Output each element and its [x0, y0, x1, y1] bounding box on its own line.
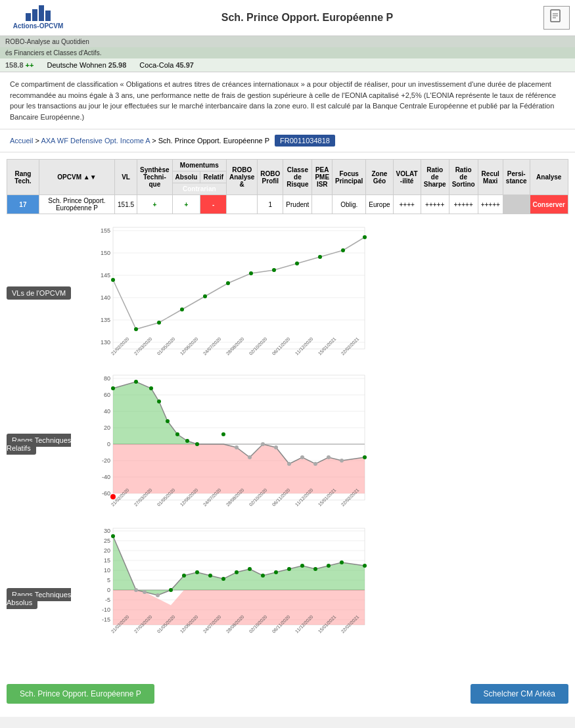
svg-point-127 [274, 570, 278, 574]
th-absolu: Absolu [172, 171, 200, 183]
svg-point-22 [226, 281, 230, 285]
rangs-relatifs-label-container: Rangs Techniques Relatifs [7, 436, 92, 452]
svg-text:0: 0 [107, 441, 110, 447]
logo-bar-4 [45, 11, 51, 21]
th-classe: ClassedeRisque [283, 160, 312, 195]
td-relatif: - [200, 195, 227, 214]
td-absolu: + [172, 195, 200, 214]
vls-label-container: VLs de l'OPCVM [7, 289, 92, 297]
description-area: Ce compartiment de classification « Obli… [0, 72, 575, 129]
svg-point-79 [363, 455, 367, 459]
svg-text:0: 0 [107, 587, 110, 593]
th-robo-profil: ROBOProfil [258, 160, 283, 195]
th-vl: VL [115, 160, 137, 195]
svg-text:28/08/2020: 28/08/2020 [225, 336, 245, 356]
logo-bar-3 [39, 5, 44, 21]
svg-text:15: 15 [104, 557, 110, 564]
th-relatif: Relatif [200, 171, 227, 183]
svg-point-64 [157, 399, 161, 403]
td-synthese: + [137, 195, 172, 214]
svg-point-128 [287, 567, 291, 571]
td-sharpe: +++++ [421, 195, 449, 214]
svg-point-133 [363, 564, 367, 568]
svg-text:145: 145 [101, 272, 110, 279]
svg-point-62 [134, 380, 138, 384]
svg-text:24/07/2020: 24/07/2020 [202, 336, 222, 356]
svg-point-117 [143, 590, 147, 594]
svg-point-66 [175, 432, 179, 436]
svg-text:20: 20 [104, 424, 110, 431]
th-persistance: Persi-stance [503, 160, 530, 195]
svg-text:-60: -60 [102, 490, 110, 497]
rangs-relatifs-wrapper: 80 60 40 20 0 -20 -40 -60 [92, 369, 568, 520]
th-momentums: Momentums [172, 160, 226, 171]
logo-bars [26, 5, 51, 21]
th-recul: ReculMaxi [478, 160, 503, 195]
th-synthese: SynthèseTechni-que [137, 160, 172, 195]
th-volat: VOLAT-ilité [393, 160, 421, 195]
svg-point-20 [180, 307, 184, 311]
svg-text:27/03/2020: 27/03/2020 [133, 336, 153, 356]
rangs-absolus-wrapper: 30 25 20 15 10 5 0 -5 -10 -15 [92, 523, 568, 674]
breadcrumb-parent[interactable]: AXA WF Defensive Opt. Income A [41, 137, 150, 145]
svg-point-75 [300, 455, 304, 459]
th-contrarian: Contrarian [172, 183, 226, 195]
svg-point-119 [169, 588, 173, 592]
th-focus: FocusPrincipal [333, 160, 366, 195]
btn-left[interactable]: Sch. Prince Opport. Européenne P [7, 684, 154, 704]
ticker-item-3: Coca-Cola 45.97 [139, 61, 194, 69]
td-recul: +++++ [478, 195, 503, 214]
svg-text:20: 20 [104, 547, 110, 554]
svg-point-27 [341, 248, 345, 252]
svg-point-73 [274, 445, 278, 449]
svg-point-24 [272, 268, 276, 272]
breadcrumb: Accueil > AXA WF Defensive Opt. Income A… [10, 137, 269, 145]
vls-label: VLs de l'OPCVM [7, 286, 71, 300]
td-zone: Europe [366, 195, 393, 214]
svg-point-120 [182, 574, 186, 578]
svg-text:150: 150 [101, 250, 110, 256]
document-icon[interactable] [543, 6, 570, 30]
svg-text:15/01/2021: 15/01/2021 [317, 336, 337, 356]
table-row: 17 Sch. Prince Opport. Européenne P 151.… [7, 195, 568, 214]
svg-point-116 [134, 588, 138, 592]
svg-point-67 [185, 439, 189, 443]
vls-chart: 155 150 145 140 135 130 [92, 221, 368, 365]
ticker-bar: 158.8 ++ Deutsche Wohnen 25.98 Coca-Cola… [0, 58, 575, 72]
svg-text:11/12/2020: 11/12/2020 [294, 336, 314, 356]
breadcrumb-bar: Accueil > AXA WF Defensive Opt. Income A… [0, 129, 575, 152]
rangs-relatifs-chart: 80 60 40 20 0 -20 -40 -60 [92, 369, 368, 520]
svg-text:135: 135 [101, 317, 110, 323]
bottom-buttons: Sch. Prince Opport. Européenne P Schelch… [7, 677, 568, 710]
svg-point-63 [149, 386, 153, 390]
svg-text:-40: -40 [102, 474, 110, 480]
btn-right[interactable]: Schelcher CM Arkéa [471, 684, 568, 704]
svg-point-121 [195, 570, 199, 574]
svg-text:01/05/2020: 01/05/2020 [156, 336, 176, 356]
svg-text:30: 30 [104, 528, 110, 534]
td-pea [312, 195, 333, 214]
svg-text:10: 10 [104, 567, 110, 574]
svg-text:25: 25 [104, 537, 110, 544]
svg-text:155: 155 [101, 227, 110, 234]
logo-bar-1 [26, 13, 31, 21]
svg-point-115 [111, 534, 115, 538]
svg-point-61 [111, 386, 115, 390]
breadcrumb-home[interactable]: Accueil [10, 137, 33, 145]
ticker-item-1: 158.8 ++ [5, 61, 34, 69]
th-analyse: Analyse [530, 160, 568, 195]
svg-text:06/11/2020: 06/11/2020 [271, 336, 291, 356]
isin-badge: FR0011034818 [275, 135, 335, 147]
svg-point-77 [327, 455, 331, 459]
th-zone: ZoneGéo [366, 160, 393, 195]
svg-point-71 [248, 455, 252, 459]
svg-point-17 [111, 278, 115, 282]
data-table: Rang Tech. OPCVM ▲▼ VL SynthèseTechni-qu… [7, 159, 568, 214]
svg-point-123 [221, 577, 225, 581]
svg-point-130 [313, 567, 317, 571]
svg-point-76 [313, 462, 317, 466]
svg-text:22/02/2021: 22/02/2021 [340, 336, 360, 356]
td-vl: 151.5 [115, 195, 137, 214]
rangs-absolus-label-container: Rangs Techniques Absolus [7, 591, 92, 606]
svg-text:40: 40 [104, 408, 110, 415]
